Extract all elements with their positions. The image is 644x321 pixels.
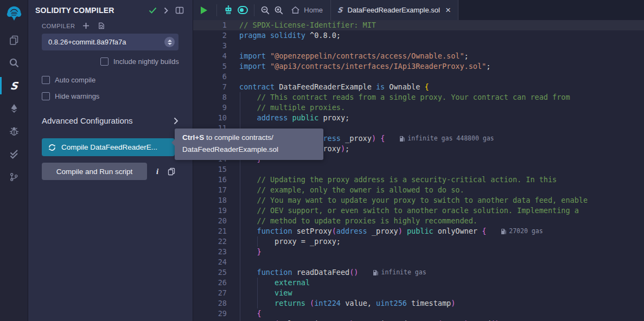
nightly-builds-row: Include nightly builds — [100, 57, 193, 66]
advanced-configurations-label: Advanced Configurations — [42, 116, 133, 125]
code-line[interactable]: 16 // Updating the proxy address is a se… — [193, 175, 644, 185]
code-text: proxy = _proxy; — [239, 236, 341, 247]
code-line[interactable]: 18 // You may want to update your proxy … — [193, 195, 644, 206]
code-line[interactable]: 29 { — [193, 309, 644, 319]
code-line[interactable]: 15 — [193, 164, 644, 175]
activity-bar: S — [0, 0, 28, 321]
code-line[interactable]: 27 view — [193, 288, 644, 298]
code-line[interactable]: 26 external — [193, 278, 644, 288]
code-text: { — [239, 309, 262, 319]
tab-datafeedreaderexample[interactable]: S DataFeedReaderExample.sol × — [330, 0, 458, 20]
line-number: 22 — [193, 236, 227, 247]
code-line[interactable]: 17 // example, only the owner is allowed… — [193, 185, 644, 195]
chevron-right-icon[interactable] — [164, 7, 168, 14]
reload-compiler-icon[interactable] — [97, 22, 105, 30]
line-number: 29 — [193, 309, 227, 319]
code-editor[interactable]: 1// SPDX-License-Identifier: MIT2pragma … — [193, 20, 644, 321]
tab-close-icon[interactable]: × — [445, 5, 451, 15]
code-line[interactable]: 2pragma solidity ^0.8.0; — [193, 30, 644, 41]
gas-pump-icon — [373, 269, 378, 276]
code-line[interactable]: 30 (value, timestamp) = IApi3ReaderProxy… — [193, 319, 644, 321]
code-text: pragma solidity ^0.8.0; — [239, 30, 341, 41]
line-number: 20 — [193, 216, 227, 226]
line-number: 16 — [193, 175, 227, 185]
code-line[interactable]: 3 — [193, 41, 644, 51]
code-text: external — [239, 278, 310, 288]
code-line[interactable]: 24 — [193, 257, 644, 267]
split-view-icon[interactable] — [175, 7, 184, 14]
zoom-in-icon[interactable] — [274, 5, 284, 15]
hide-warnings-row: Hide warnings — [42, 92, 193, 100]
hide-warnings-checkbox[interactable] — [42, 92, 50, 100]
code-line[interactable]: 28 returns (int224 value, uint256 timest… — [193, 298, 644, 309]
code-line[interactable]: 4import "@openzeppelin/contracts/access/… — [193, 51, 644, 61]
code-line[interactable]: 5import "@api3/contracts/interfaces/IApi… — [193, 61, 644, 72]
compile-button-label: Compile DataFeedReaderE... — [61, 143, 157, 151]
file-explorer-icon[interactable] — [0, 29, 28, 52]
line-number: 2 — [193, 30, 227, 41]
run-script-play-button[interactable] — [201, 7, 207, 14]
code-text: // This contract reads from a single pro… — [239, 92, 570, 102]
tab-filename: DataFeedReaderExample.sol — [347, 6, 440, 14]
chevron-right-icon — [174, 117, 178, 125]
zoom-out-icon[interactable] — [260, 5, 270, 15]
auto-compile-checkbox[interactable] — [42, 76, 50, 84]
add-compiler-icon[interactable] — [82, 22, 90, 29]
code-line[interactable]: 25 function readDataFeed()infinite gas — [193, 267, 644, 278]
info-icon[interactable]: i — [156, 167, 158, 176]
code-line[interactable]: 7contract DataFeedReaderExample is Ownab… — [193, 82, 644, 92]
code-line[interactable]: 6 — [193, 72, 644, 82]
run-script-row: Compile and Run script i — [42, 163, 193, 180]
code-text: contract DataFeedReaderExample is Ownabl… — [239, 82, 429, 92]
tooltip-filename: DataFeedReaderExample.sol — [182, 145, 278, 153]
code-line[interactable]: 20 // method to update proxies is highly… — [193, 216, 644, 226]
code-text: returns (int224 value, uint256 timestamp… — [239, 298, 455, 309]
solidity-file-icon: S — [337, 6, 343, 14]
code-line[interactable]: 22 proxy = _proxy; — [193, 236, 644, 247]
line-number: 19 — [193, 206, 227, 216]
line-number: 18 — [193, 195, 227, 206]
gas-estimate: infinite gas 448800 gas — [399, 133, 494, 144]
code-text: address public proxy; — [239, 113, 349, 123]
copilot-toggle[interactable] — [238, 6, 248, 14]
code-line[interactable]: 21 function setProxy(address _proxy) pub… — [193, 226, 644, 236]
nightly-builds-checkbox[interactable] — [100, 57, 109, 66]
code-text: view — [239, 288, 292, 298]
line-number: 23 — [193, 247, 227, 257]
version-spinner-icon[interactable] — [164, 37, 175, 47]
compile-and-run-button[interactable]: Compile and Run script — [42, 163, 147, 180]
solidity-compiler-panel: SOLIDITY COMPILER COMPILER — [28, 0, 193, 321]
code-text: } — [239, 247, 262, 257]
code-text: import "@openzeppelin/contracts/access/O… — [239, 51, 469, 61]
remix-ide-window: S SOLIDITY COMPILER — [0, 0, 644, 321]
line-number: 9 — [193, 102, 227, 113]
debugger-icon[interactable] — [0, 120, 28, 143]
copy-icon[interactable] — [168, 168, 175, 176]
code-line[interactable]: 10 address public proxy; — [193, 113, 644, 123]
ai-copilot-robot-icon[interactable] — [223, 5, 234, 16]
code-line[interactable]: 19 // OEV support, or even switch to ano… — [193, 206, 644, 216]
line-number: 10 — [193, 113, 227, 123]
code-line[interactable]: 23 } — [193, 247, 644, 257]
git-icon[interactable] — [0, 165, 28, 188]
deploy-run-icon[interactable] — [0, 97, 28, 120]
code-line[interactable]: 1// SPDX-License-Identifier: MIT — [193, 20, 644, 30]
unit-testing-icon[interactable] — [0, 143, 28, 165]
compile-button[interactable]: Compile DataFeedReaderE... — [42, 138, 175, 156]
code-line[interactable]: 8 // This contract reads from a single p… — [193, 92, 644, 102]
home-label: Home — [304, 6, 323, 14]
code-text: // SPDX-License-Identifier: MIT — [239, 20, 376, 30]
search-icon[interactable] — [0, 52, 28, 74]
compile-tooltip: Ctrl+S to compile contracts/ DataFeedRea… — [175, 129, 323, 160]
advanced-configurations[interactable]: Advanced Configurations — [42, 116, 178, 125]
code-line[interactable]: 9 // multiple proxies. — [193, 102, 644, 113]
line-number: 7 — [193, 82, 227, 92]
line-number: 25 — [193, 267, 227, 278]
tab-home[interactable]: Home — [288, 6, 326, 14]
solidity-compiler-icon[interactable]: S — [0, 74, 28, 97]
line-number: 4 — [193, 51, 227, 61]
code-text: // You may want to update your proxy to … — [239, 195, 588, 206]
remix-logo[interactable] — [4, 3, 24, 23]
compiler-version-select[interactable]: 0.8.26+commit.8a97fa7a — [42, 34, 178, 50]
editor-toolbar: Home — [193, 0, 330, 20]
